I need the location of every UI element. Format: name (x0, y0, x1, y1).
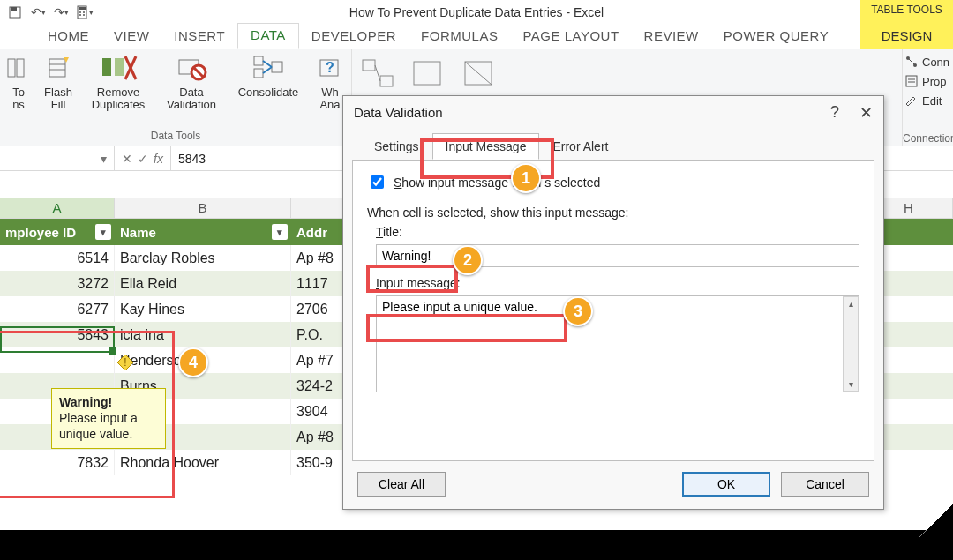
group-icon[interactable] (409, 56, 449, 92)
callout-2: 2 (453, 245, 483, 275)
svg-rect-14 (102, 58, 111, 76)
data-validation-button[interactable]: Data Validation (161, 53, 222, 112)
relationships-icon[interactable] (357, 56, 398, 92)
ungroup-icon[interactable] (460, 56, 500, 92)
tab-developer[interactable]: DEVELOPER (299, 25, 409, 49)
tab-formulas[interactable]: FORMULAS (409, 25, 510, 49)
callout-4: 4 (178, 347, 208, 377)
title-label: Title: (376, 225, 859, 239)
svg-rect-15 (115, 58, 124, 76)
clear-all-button[interactable]: Clear All (357, 472, 446, 497)
properties-button[interactable]: Prop (904, 74, 951, 88)
fx-icon[interactable]: fx (154, 152, 163, 166)
tab-review[interactable]: REVIEW (632, 25, 711, 49)
tab-insert[interactable]: INSERT (161, 25, 237, 49)
svg-rect-29 (414, 62, 440, 85)
formula-bar-value[interactable]: 5843 (178, 152, 206, 166)
save-icon[interactable] (5, 3, 25, 22)
window-title: How To Prevent Duplicate Data Entries - … (0, 5, 953, 19)
connections-button[interactable]: Conn (904, 55, 951, 69)
col-header-B[interactable]: B (115, 198, 291, 219)
tab-view[interactable]: VIEW (101, 25, 161, 49)
svg-point-6 (79, 14, 81, 16)
table-header-id[interactable]: mployee ID▾ (0, 219, 115, 245)
title-input[interactable] (376, 244, 859, 267)
filter-dropdown-icon[interactable]: ▾ (272, 224, 288, 240)
svg-point-5 (83, 11, 85, 13)
svg-marker-13 (64, 57, 69, 63)
input-message-tooltip: Warning! Please input a unique value. (51, 388, 166, 449)
svg-rect-10 (49, 59, 65, 77)
calculator-icon[interactable]: ▾ (74, 3, 94, 22)
svg-rect-9 (17, 59, 24, 77)
enter-icon[interactable]: ✓ (138, 152, 148, 166)
svg-rect-22 (254, 69, 263, 78)
scroll-down-icon[interactable]: ▾ (849, 379, 853, 389)
cell-id[interactable]: 6277 (0, 296, 115, 322)
col-header-A[interactable]: A (0, 198, 115, 219)
svg-rect-27 (380, 76, 393, 86)
active-cell-border (0, 326, 115, 353)
input-message-textarea[interactable] (376, 295, 859, 392)
cell-name[interactable]: icia ina (115, 322, 291, 347)
dialog-close-icon[interactable]: ✕ (859, 103, 873, 123)
svg-rect-23 (272, 62, 282, 72)
text-to-columns-button[interactable]: To ns (5, 53, 32, 112)
when-cell-label: When cell is selected, show this input m… (367, 205, 859, 220)
edit-links-button[interactable]: Edit (904, 93, 951, 108)
tab-pagelayout[interactable]: PAGE LAYOUT (510, 25, 631, 49)
input-message-label: Input message: (376, 276, 859, 290)
cell-id[interactable]: 7832 (0, 450, 115, 475)
page-shadow (0, 530, 953, 560)
table-header-name[interactable]: Name▾ (115, 219, 291, 245)
error-indicator-icon[interactable]: ! (115, 352, 136, 373)
svg-text:?: ? (326, 60, 334, 75)
scroll-up-icon[interactable]: ▴ (849, 299, 853, 309)
svg-rect-3 (79, 7, 86, 10)
cell-name[interactable]: Rhonda Hoover (115, 450, 291, 475)
redo-icon[interactable]: ↷▾ (51, 3, 71, 22)
dialog-tab-input-message[interactable]: Input Message (432, 133, 540, 160)
dialog-tab-settings[interactable]: Settings (361, 133, 432, 160)
cell-id[interactable]: 3272 (0, 271, 115, 296)
svg-rect-35 (906, 76, 917, 86)
cancel-icon[interactable]: ✕ (122, 152, 132, 166)
callout-3: 3 (563, 296, 593, 326)
ribbon-group-title: Data Tools (151, 128, 200, 144)
consolidate-button[interactable]: Consolidate (231, 53, 305, 112)
cell-name[interactable]: Kay Hines (115, 296, 291, 322)
table-tools-label: TABLE TOOLS (871, 0, 942, 16)
svg-text:!: ! (124, 356, 126, 369)
dialog-help-icon[interactable]: ? (830, 103, 839, 122)
flash-fill-button[interactable]: Flash Fill (41, 53, 76, 112)
textarea-scrollbar[interactable]: ▴ ▾ (843, 296, 859, 392)
remove-duplicates-button[interactable]: Remove Duplicates (85, 53, 152, 112)
cell-name[interactable]: Barclay Robles (115, 245, 291, 271)
tab-data[interactable]: DATA (237, 23, 299, 49)
ok-button[interactable]: OK (682, 472, 770, 497)
svg-rect-1 (11, 7, 17, 11)
cancel-button[interactable]: Cancel (781, 472, 869, 497)
dialog-tab-error-alert[interactable]: Error Alert (539, 133, 621, 160)
svg-rect-21 (254, 56, 263, 65)
dialog-title: Data Validation (354, 105, 443, 120)
cell-name[interactable]: Ella Reid (115, 271, 291, 296)
data-validation-dialog: Data Validation ? ✕ Settings Input Messa… (342, 95, 884, 510)
svg-rect-26 (363, 60, 375, 71)
svg-rect-8 (8, 59, 15, 77)
tab-home[interactable]: HOME (35, 25, 101, 49)
svg-line-31 (465, 62, 492, 85)
undo-icon[interactable]: ↶▾ (28, 3, 48, 22)
show-input-message-checkbox[interactable]: Show input message when s selected (367, 173, 859, 191)
cell-id[interactable]: 6514 (0, 245, 115, 271)
connections-group-title: Connection (903, 132, 953, 145)
callout-1: 1 (511, 163, 541, 193)
svg-line-34 (908, 58, 915, 65)
filter-dropdown-icon[interactable]: ▾ (95, 224, 111, 240)
svg-point-4 (79, 11, 81, 13)
whatif-button[interactable]: ? Wh Ana (314, 53, 346, 112)
svg-point-7 (83, 14, 85, 16)
tab-powerquery[interactable]: POWER QUERY (711, 25, 841, 49)
show-input-message-check-input[interactable] (371, 175, 384, 189)
name-box-dropdown-icon[interactable]: ▾ (101, 152, 107, 166)
